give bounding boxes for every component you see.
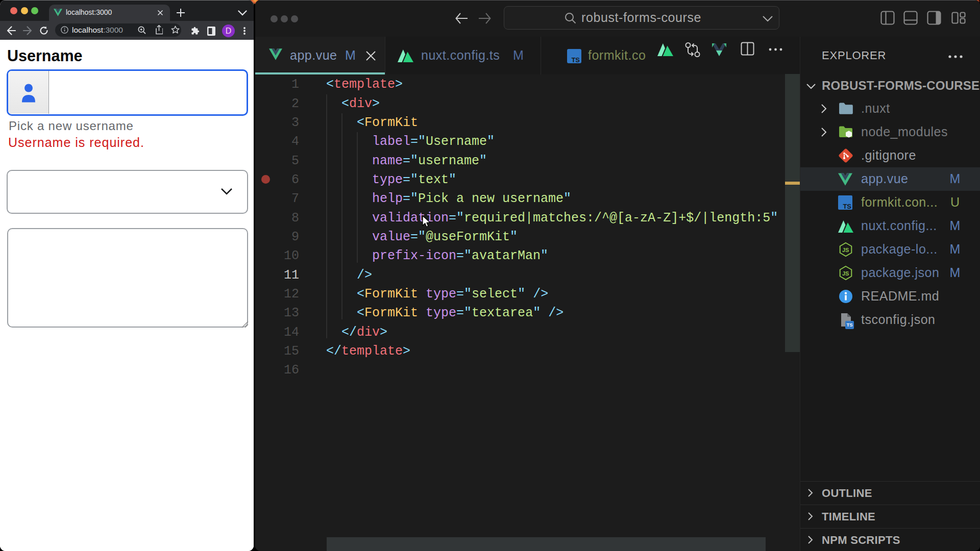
svg-text:JS: JS bbox=[842, 247, 849, 253]
svg-text:JS: JS bbox=[842, 270, 849, 277]
